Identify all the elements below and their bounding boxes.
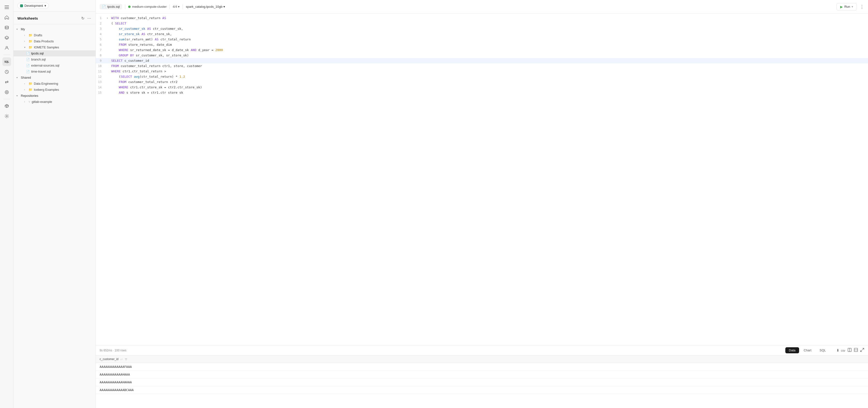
home-icon[interactable] [2,13,11,22]
tab-file-icon: 📄 [102,5,106,8]
sidebar-item-external-sources-sql[interactable]: 📄 external-sources.sql [13,62,95,68]
page-indicator[interactable]: 4/4 ▾ [173,5,180,8]
split-horizontal-button[interactable] [854,348,858,353]
table-row: AAAAAAAAAAAAHAHAA [96,378,868,386]
layers-icon[interactable] [2,33,11,42]
code-line-10: 10FROM customer_total_return ctr1, store… [96,63,868,69]
sidebar-section-shared[interactable]: ▾ Shared [13,75,95,81]
clock-icon[interactable] [2,67,11,76]
sql-worksheet-icon[interactable]: SQL [2,57,11,66]
more-options-button[interactable]: ⋯ [87,16,92,21]
drafts-chevron-icon: › [24,34,27,36]
line-number: 6 [96,42,105,48]
data-engineering-label: Data Engineering [34,82,58,85]
circle-target-icon[interactable] [2,88,11,96]
line-content: AND s store sk = ctr1.ctr store sk [109,90,868,95]
tab-chart[interactable]: Chart [800,347,815,353]
catalog-chevron-icon: ▾ [223,5,225,8]
fold-icon[interactable]: ▾ [105,16,109,21]
line-number: 14 [96,85,105,90]
sidebar-item-time-travel-sql[interactable]: 📄 time-travel.sql [13,68,95,75]
sidebar-section-my[interactable]: ▾ My [13,26,95,32]
run-button[interactable]: ▶ Run ▾ [837,3,857,10]
tab-filename: tpcds.sql [107,5,120,8]
svg-point-7 [6,91,7,93]
line-content: ( SELECT [109,21,868,26]
transfer-icon[interactable] [2,78,11,86]
data-products-folder-icon: 📁 [29,39,32,43]
gear-icon[interactable] [2,112,11,120]
data-eng-chevron-icon: › [24,82,27,85]
repos-chevron-icon: ▾ [17,94,19,97]
topbar-more-button[interactable]: ⋮ [860,4,864,9]
data-eng-folder-icon: 📁 [29,82,32,85]
sidebar-item-gitlab-example[interactable]: › ⑂ gitlab-example [13,99,95,105]
code-line-1: 1▾WITH customer_total_return AS [96,16,868,21]
tab-data[interactable]: Data [785,347,799,353]
sidebar-tree: ▾ My › 📁 Drafts › 📁 Data Products ▾ 📁 IO… [13,24,95,408]
sidebar-item-drafts[interactable]: › 📁 Drafts [13,32,95,38]
sidebar-item-data-products[interactable]: › 📁 Data Products [13,38,95,44]
cell-c-customer-id: AAAAAAAAAAAAABCAAA [96,386,868,394]
code-line-5: 5 sum(sr_return_amt) AS ctr_total_return [96,37,868,42]
sidebar-item-branch-sql[interactable]: 📄 branch.sql [13,56,95,62]
split-view-button[interactable] [848,348,851,353]
table-row: AAAAAAAAAAAAABCAAA [96,386,868,394]
download-icon: ⬇ [836,348,839,352]
line-number: 15 [96,90,105,95]
branch-file-icon: 📄 [26,58,30,61]
sidebar-item-data-engineering[interactable]: › 📁 Data Engineering [13,81,95,87]
database-icon[interactable] [2,23,11,32]
line-content: WHERE ctr1.ctr_store_sk = ctr2.ctr_store… [109,85,868,90]
cluster-indicator[interactable]: medium-compute-cluster [128,5,166,8]
sidebar-item-tpcds-sql[interactable]: 📄 tpcds.sql [13,50,95,56]
dev-chevron: ▾ [44,4,46,7]
person-icon[interactable] [2,43,11,52]
code-line-8: 8 GROUP BY sr_customer_sk, sr_store_sk) [96,53,868,58]
code-editor[interactable]: 1▾WITH customer_total_return AS2( SELECT… [96,13,868,345]
external-sources-file-icon: 📄 [26,64,30,67]
drafts-folder-icon: 📁 [29,33,32,37]
line-number: 10 [96,63,105,69]
cube-icon[interactable] [2,101,11,110]
dev-label: Development [24,4,43,7]
line-content: FROM customer_total_return ctr2 [109,79,868,85]
csv-label: csv [841,349,845,352]
line-content: (SELECT avg(ctr_total_return) * 1.2 [109,74,868,79]
menu-icon[interactable] [2,3,11,11]
svg-point-3 [5,26,8,27]
code-line-15: 15 AND s store sk = ctr1.ctr store sk [96,90,868,95]
shared-chevron-icon: ▾ [17,76,19,79]
catalog-selector[interactable]: spark_catalog.tpcds_10gb ▾ [186,5,225,8]
sidebar-item-iceberg-examples[interactable]: › 📁 Iceberg Examples [13,87,95,93]
expand-button[interactable] [860,348,864,353]
line-number: 13 [96,79,105,85]
line-content: FROM customer_total_return ctr1, store, … [109,63,868,69]
tab-sql[interactable]: SQL [816,347,830,353]
line-number: 7 [96,48,105,53]
dev-environment-pill[interactable]: Development ▾ [18,3,49,9]
data-products-chevron-icon: › [24,40,27,42]
iomete-chevron-icon: ▾ [24,46,27,49]
results-tabs: Data Chart SQL [785,347,830,353]
page-numbers: 4/4 [173,5,177,8]
column-header-c-customer-id[interactable]: c_customer_id ↓↑ ▽ [96,355,868,363]
sort-icon[interactable]: ↓↑ [120,358,123,360]
code-line-11: 11WHERE ctr1.ctr_total_return > [96,69,868,74]
line-number: 5 [96,37,105,42]
download-csv-button[interactable]: ⬇ csv [836,348,845,353]
line-content: sr_customer_sk AS ctr_customer_sk, [109,26,868,31]
code-line-9: 9SELECT c_customer_id [96,58,868,63]
refresh-button[interactable]: ↻ [81,16,85,21]
results-panel: 9s 652ms · 100 rows Data Chart SQL ⬇ csv [96,345,868,408]
svg-point-8 [6,116,7,117]
file-tab[interactable]: 📄 tpcds.sql [100,4,122,9]
line-content: SELECT c_customer_id [109,58,868,63]
sidebar-section-repositories[interactable]: ▾ Repositories [13,93,95,99]
sidebar-item-iomete-samples[interactable]: ▾ 📁 IOMETE Samples [13,44,95,50]
line-content: sum(sr_return_amt) AS ctr_total_return [109,37,868,42]
code-line-6: 6 FROM store_returns, date_dim [96,42,868,48]
line-content: WITH customer_total_return AS [109,16,868,21]
svg-rect-1 [5,7,9,7]
filter-icon[interactable]: ▽ [125,358,127,360]
